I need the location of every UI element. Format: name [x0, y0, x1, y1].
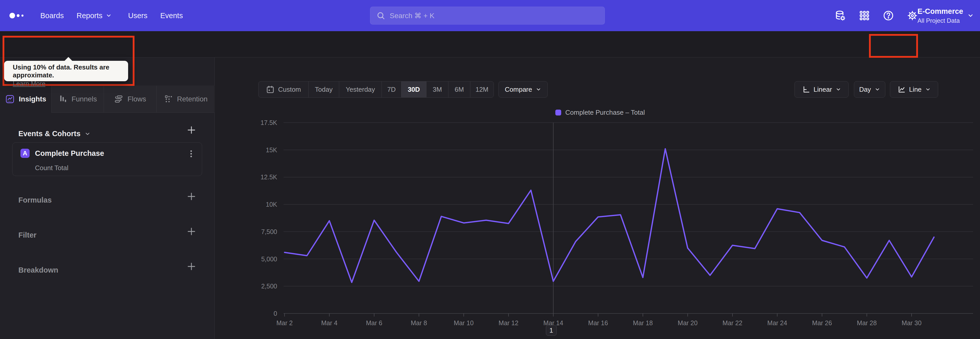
svg-text:12.5K: 12.5K [261, 173, 277, 181]
nav-item-boards[interactable]: Boards [40, 0, 64, 31]
breakdown-section-label: Breakdown [18, 266, 58, 274]
range-6m[interactable]: 6M [449, 82, 470, 98]
line-chart-icon [897, 85, 905, 93]
chevron-down-icon [875, 86, 880, 92]
tooltip-message: Using 10% of data. Results are approxima… [13, 63, 128, 79]
chevron-down-icon [925, 86, 931, 92]
event-name: Complete Purchase [35, 149, 104, 158]
funnels-icon [58, 94, 67, 104]
chart-type-dropdown[interactable]: Line [890, 81, 938, 98]
help-icon[interactable] [883, 10, 894, 21]
project-scope: All Project Data [918, 17, 963, 24]
svg-text:Mar 22: Mar 22 [722, 319, 742, 326]
tab-insights[interactable]: Insights [0, 86, 52, 113]
svg-text:Mar 10: Mar 10 [454, 319, 474, 326]
nav-item-events[interactable]: Events [160, 0, 183, 31]
svg-text:Mar 4: Mar 4 [321, 319, 338, 326]
range-12m[interactable]: 12M [470, 82, 493, 98]
svg-text:Mar 18: Mar 18 [633, 319, 653, 326]
svg-text:7,500: 7,500 [261, 228, 277, 235]
tab-flows[interactable]: Flows [104, 86, 157, 112]
event-series-badge: A [21, 149, 30, 158]
svg-text:Mar 20: Mar 20 [678, 319, 698, 326]
svg-text:Mar 16: Mar 16 [588, 319, 608, 326]
report-tabs: Insights Funnels Flows Retention [0, 86, 215, 113]
add-breakdown-button[interactable] [186, 261, 197, 272]
chart-svg[interactable]: Mar 2Mar 4Mar 6Mar 8Mar 10Mar 12Mar 14Ma… [250, 110, 980, 339]
add-filter-button[interactable] [186, 226, 197, 237]
range-today[interactable]: Today [309, 82, 339, 98]
event-aggregation[interactable]: Count Total [35, 164, 68, 172]
settings-gear-icon[interactable] [907, 10, 918, 21]
range-7d[interactable]: 7D [382, 82, 401, 98]
search-icon [376, 11, 385, 20]
tab-funnels[interactable]: Funnels [52, 86, 104, 112]
svg-text:5,000: 5,000 [261, 256, 277, 262]
add-formula-button[interactable] [186, 191, 197, 202]
apps-grid-icon[interactable] [859, 10, 870, 21]
query-builder-sidebar: Insights Funnels Flows Retention [0, 58, 215, 339]
event-menu-icon[interactable] [186, 149, 196, 159]
svg-text:Mar 6: Mar 6 [366, 319, 382, 326]
svg-text:17.5K: 17.5K [261, 119, 277, 126]
nav-item-users[interactable]: Users [128, 0, 148, 31]
svg-text:Mar 2: Mar 2 [277, 319, 293, 326]
top-nav: Boards Reports Users Events Search ⌘ + K [0, 0, 980, 31]
chevron-down-icon [84, 131, 91, 137]
event-card-complete-purchase[interactable]: A Complete Purchase Count Total [12, 142, 202, 176]
nav-item-reports[interactable]: Reports [76, 0, 112, 31]
range-3m[interactable]: 3M [426, 82, 449, 98]
svg-text:Mar 30: Mar 30 [902, 319, 921, 326]
insights-icon [5, 94, 15, 104]
add-event-button[interactable] [186, 125, 197, 136]
tab-retention[interactable]: Retention [157, 86, 215, 112]
tooltip-arrow [64, 57, 73, 61]
retention-icon [164, 94, 173, 104]
chart-page-indicator[interactable]: 1 [546, 325, 557, 336]
svg-text:Mar 28: Mar 28 [857, 319, 877, 326]
compare-button[interactable]: Compare [498, 81, 548, 98]
svg-text:Mar 26: Mar 26 [812, 319, 832, 326]
chevron-down-icon [106, 13, 112, 19]
search-input[interactable]: Search ⌘ + K [370, 6, 605, 24]
mixpanel-logo-icon[interactable] [9, 12, 27, 19]
search-placeholder: Search ⌘ + K [390, 11, 434, 20]
chevron-down-icon [536, 86, 541, 92]
project-name: E-Commerce [918, 7, 963, 16]
chart-panel: Custom Today Yesterday 7D 30D 3M 6M 12M … [215, 58, 980, 339]
linear-axis-icon [802, 85, 810, 93]
calendar-icon [266, 85, 275, 94]
chevron-down-icon [835, 86, 841, 92]
svg-text:15K: 15K [266, 146, 277, 154]
data-management-icon[interactable] [835, 10, 846, 21]
svg-text:2,500: 2,500 [261, 283, 277, 290]
scale-dropdown[interactable]: Linear [794, 81, 849, 98]
svg-text:10K: 10K [266, 201, 277, 208]
interval-dropdown[interactable]: Day [854, 81, 885, 98]
report-title-bar: Untitled Sampled + Add description... Sa… [0, 31, 980, 58]
events-cohorts-header[interactable]: Events & Cohorts [18, 130, 91, 138]
filter-section-label: Filter [18, 231, 37, 239]
flows-icon [114, 94, 123, 104]
svg-text:Mar 24: Mar 24 [767, 319, 788, 326]
svg-text:0: 0 [274, 310, 277, 317]
sampling-tooltip: Using 10% of data. Results are approxima… [4, 61, 128, 81]
formulas-section-label: Formulas [18, 196, 52, 205]
chevron-down-icon [967, 12, 974, 19]
svg-text:Mar 12: Mar 12 [499, 319, 519, 326]
range-yesterday[interactable]: Yesterday [339, 82, 382, 98]
range-custom[interactable]: Custom [259, 82, 309, 98]
project-switcher[interactable]: E-Commerce All Project Data [918, 0, 974, 31]
range-30d[interactable]: 30D [401, 82, 426, 98]
date-range-control: Custom Today Yesterday 7D 30D 3M 6M 12M [258, 81, 494, 98]
svg-text:Mar 8: Mar 8 [411, 319, 427, 326]
learn-more-link[interactable]: Learn More [13, 80, 45, 87]
